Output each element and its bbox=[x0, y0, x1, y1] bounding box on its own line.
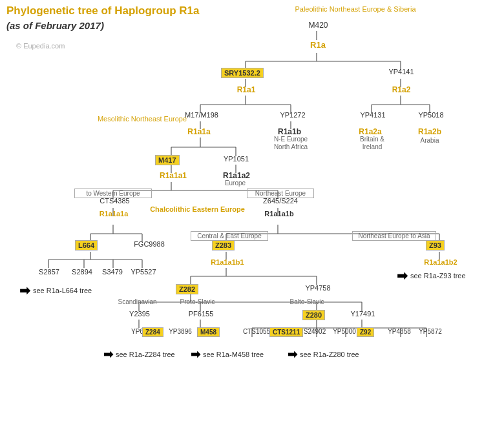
z93-node: Z93 bbox=[426, 240, 445, 250]
chalcolithic-label: Chalcolithic Eastern Europe bbox=[147, 205, 247, 213]
z280-arrow-label: see R1a-Z280 tree bbox=[300, 351, 359, 358]
z93-arrow: ➡ see R1a-Z93 tree bbox=[397, 268, 466, 283]
ne-europe-label: N-E Europe bbox=[271, 136, 310, 143]
r1a1a1-node: R1a1a1 bbox=[154, 171, 193, 180]
scandinavian-label: Scandinavian bbox=[113, 298, 162, 305]
r1a1a1a-node: R1a1a1a bbox=[90, 210, 137, 218]
m420-node: M420 bbox=[300, 21, 336, 30]
r1a2-node: R1a2 bbox=[387, 85, 415, 94]
y17491-node: Y17491 bbox=[345, 310, 381, 318]
r1a1a2-node: R1a1a2 bbox=[217, 171, 256, 180]
britain-ireland-label: Britain &Ireland bbox=[353, 136, 392, 151]
north-africa-label: North Africa bbox=[268, 143, 313, 150]
l664-arrow: ➡ see R1a-L664 tree bbox=[19, 283, 92, 298]
europe-label: Europe bbox=[218, 179, 252, 187]
arrow-l664-icon: ➡ bbox=[19, 283, 30, 298]
cts4385-node: CTS4385 bbox=[94, 197, 136, 205]
sry1532-node: SRY1532.2 bbox=[221, 68, 264, 78]
r1a2b-node: R1a2b bbox=[414, 127, 446, 136]
fgc9988-node: FGC9988 bbox=[129, 240, 169, 248]
z284-arrow: ➡ see R1a-Z284 tree bbox=[103, 347, 175, 362]
paleolithic-label: Paleolithic Northeast Europe & Siberia bbox=[268, 5, 443, 13]
yp5527-node: YP5527 bbox=[128, 268, 159, 276]
r1a1-node: R1a1 bbox=[231, 85, 261, 94]
yp5872-node: YP5872 bbox=[414, 328, 446, 335]
yp3896-node: YP3896 bbox=[163, 328, 197, 335]
z645s224-node: Z645/S224 bbox=[258, 197, 302, 205]
yp5000-node: YP5000 bbox=[328, 328, 361, 335]
z284-node: Z284 bbox=[142, 327, 163, 337]
r1a-node: R1a bbox=[304, 40, 332, 50]
yp4758-node: YP4758 bbox=[299, 284, 337, 292]
m458-arrow-label: see R1a-M458 tree bbox=[203, 351, 264, 358]
l664-node: L664 bbox=[75, 240, 98, 250]
yp4141-node: YP4141 bbox=[383, 68, 419, 76]
proto-slavic-label: Proto-Slavic bbox=[173, 298, 222, 305]
r1a1a1b1-node: R1a1a1b1 bbox=[203, 258, 252, 266]
yp1272-node: YP1272 bbox=[274, 111, 311, 119]
z280-arrow: ➡ see R1a-Z280 tree bbox=[288, 347, 359, 362]
z93-arrow-label: see R1a-Z93 tree bbox=[410, 272, 466, 280]
z280-node: Z280 bbox=[302, 310, 325, 320]
arrow-m458-icon: ➡ bbox=[191, 347, 200, 362]
m458-node: M458 bbox=[197, 327, 220, 337]
main-container: Phylogenetic tree of Haplogroup R1a (as … bbox=[0, 0, 504, 439]
yp4131-node: YP4131 bbox=[354, 111, 392, 119]
yp5018-node: YP5018 bbox=[412, 111, 450, 119]
mesolithic-label: Mesolithic Northeast Europe bbox=[97, 115, 187, 123]
s2857-node: S2857 bbox=[36, 268, 63, 276]
s24902-node: S24902 bbox=[299, 328, 331, 335]
r1a2a-node: R1a2a bbox=[354, 127, 386, 136]
arrow-z93-icon: ➡ bbox=[397, 268, 408, 283]
central-east-europe-label: Central & East Europe bbox=[191, 231, 268, 241]
l664-arrow-label: see R1a-L664 tree bbox=[33, 287, 92, 294]
s2894-node: S2894 bbox=[68, 268, 96, 276]
m458-arrow: ➡ see R1a-M458 tree bbox=[191, 347, 264, 362]
z283-node: Z283 bbox=[212, 240, 235, 250]
arrow-z284-icon: ➡ bbox=[103, 347, 113, 362]
arabia-label: Arabia bbox=[415, 137, 444, 144]
cts1055-node: CTS1055 bbox=[240, 328, 273, 335]
r1a1b-node: R1a1b bbox=[273, 127, 306, 136]
y2395-node: Y2395 bbox=[123, 310, 156, 318]
m417-node: M417 bbox=[155, 155, 180, 165]
r1a1a1b2-node: R1a1a1b2 bbox=[415, 258, 466, 266]
arrow-z280-icon: ➡ bbox=[288, 347, 297, 362]
s3479-node: S3479 bbox=[99, 268, 126, 276]
r1a1a1b-node: R1a1a1b bbox=[256, 210, 302, 218]
z92-node: Z92 bbox=[357, 327, 374, 337]
yp1051-node: YP1051 bbox=[218, 155, 254, 163]
r1a1a-node: R1a1a bbox=[180, 127, 218, 136]
yp4858-node: YP4858 bbox=[383, 328, 415, 335]
z282-node: Z282 bbox=[176, 284, 198, 294]
pf6155-node: PF6155 bbox=[184, 310, 218, 318]
balto-slavic-label: Balto-Slavic bbox=[278, 298, 336, 305]
z284-arrow-label: see R1a-Z284 tree bbox=[116, 351, 175, 358]
ne-europe-asia-label: Northeast Europe to Asia bbox=[352, 231, 436, 241]
tree-svg bbox=[0, 0, 504, 439]
